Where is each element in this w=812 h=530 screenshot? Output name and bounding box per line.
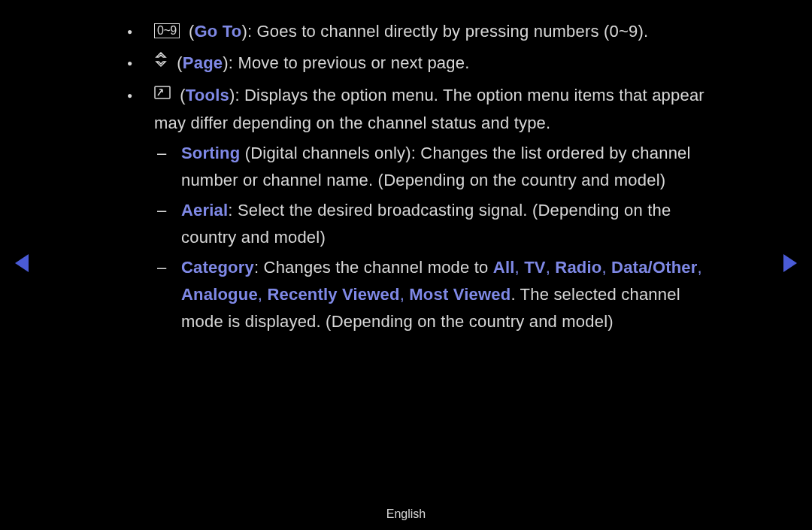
comma-4: ,: [698, 258, 702, 277]
sub-sorting: Sorting (Digital channels only): Changes…: [154, 140, 771, 194]
item-tools: (Tools): Displays the option menu. The o…: [124, 82, 771, 335]
updown-icon: [154, 49, 168, 76]
desc-tools-a: ): Displays the option menu. The option …: [229, 86, 704, 104]
comma-6: ,: [400, 285, 410, 304]
comma-1: ,: [515, 258, 525, 277]
sorting-b: number or channel name. (Depending on th…: [181, 171, 665, 189]
key-category: Category: [181, 258, 254, 277]
item-page: (Page): Move to previous or next page.: [124, 50, 771, 77]
mode-tv: TV: [524, 258, 546, 277]
cat-tail-b: mode is displayed. (Depending on the cou…: [181, 312, 614, 331]
key-sorting: Sorting: [181, 144, 240, 162]
desc-tools-b: may differ depending on the channel stat…: [154, 114, 550, 132]
aerial-a: : Select the desired broadcasting signal…: [228, 201, 671, 220]
footer-language: English: [0, 507, 812, 521]
mode-data-other: Data/Other: [611, 258, 697, 277]
desc-go-to: ): Goes to channel directly by pressing …: [241, 22, 648, 41]
sub-aerial: Aerial: Select the desired broadcasting …: [154, 197, 771, 251]
cat-a: : Changes the channel mode to: [254, 258, 493, 277]
comma-2: ,: [546, 258, 556, 277]
numpad-icon: 0~9: [154, 23, 180, 38]
key-tools: Tools: [186, 86, 229, 104]
nav-prev-button[interactable]: [15, 254, 29, 272]
mode-radio: Radio: [555, 258, 601, 277]
mode-analogue: Analogue: [181, 285, 258, 304]
nav-next-button[interactable]: [783, 254, 797, 272]
sub-category: Category: Changes the channel mode to Al…: [154, 254, 771, 335]
desc-page: ): Move to previous or next page.: [223, 53, 469, 72]
comma-3: ,: [601, 258, 611, 277]
key-go-to: Go To: [194, 22, 241, 41]
help-content: 0~9 (Go To): Goes to channel directly by…: [124, 18, 771, 340]
comma-5: ,: [258, 285, 268, 304]
mode-most-viewed: Most Viewed: [409, 285, 511, 304]
tools-icon: [154, 81, 171, 108]
item-go-to: 0~9 (Go To): Goes to channel directly by…: [124, 18, 771, 45]
aerial-b: country and model): [181, 228, 326, 247]
key-aerial: Aerial: [181, 201, 228, 220]
mode-recently-viewed: Recently Viewed: [267, 285, 399, 304]
key-page: Page: [183, 53, 223, 72]
cat-tail-a: . The selected channel: [511, 285, 680, 304]
mode-all: All: [493, 258, 515, 277]
sorting-a: (Digital channels only): Changes the lis…: [240, 144, 690, 162]
